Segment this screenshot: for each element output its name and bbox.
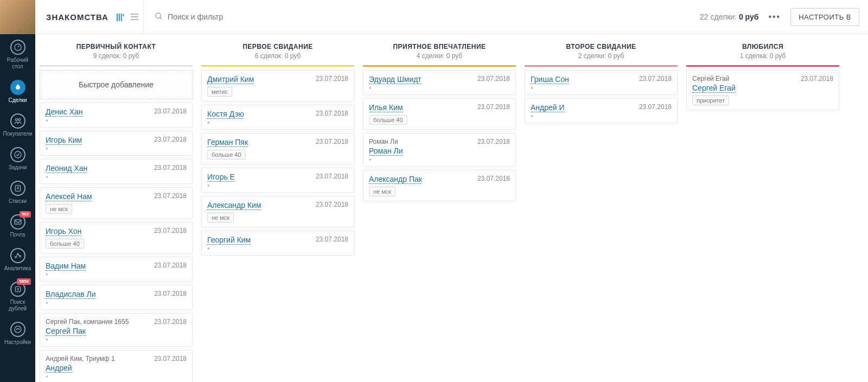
card-name: Эдуард Шмидт [369,75,422,84]
deal-card[interactable]: Александр Ким23.07.2018не мск [201,196,354,227]
nav-label: Почта [10,232,25,238]
svg-point-3 [15,151,21,158]
column-color-bar [363,65,516,67]
tag: приоритет [692,96,729,105]
deal-card[interactable]: Владислав Ли23.07.2018• [40,285,193,310]
deal-card[interactable]: Андрей И23.07.2018• [525,98,678,123]
nav-item-6[interactable]: Аналитика [0,243,35,276]
deal-card[interactable]: Илья Ким23.07.2018больше 40 [363,98,516,130]
deal-card[interactable]: Сергей ЕгайСергей Егай23.07.2018приорите… [686,70,839,110]
nav-item-3[interactable]: Задачи [0,142,35,175]
nav-item-8[interactable]: Настройки [0,316,35,350]
svg-line-16 [160,17,162,19]
deal-card[interactable]: Андрей Ким, Триумф 1Андрей23.07.2018• [40,350,193,382]
svg-point-14 [15,326,21,333]
deal-card[interactable]: Герман Пяк23.07.2018больше 40 [201,133,354,164]
card-status-dot: • [46,118,187,123]
card-name: Александр Пак [369,175,422,184]
deal-card[interactable]: Игорь Хон23.07.2018больше 40 [40,222,193,253]
card-date: 23.07.2018 [316,173,348,180]
deal-card[interactable]: Александр Пак23.07.2018не мск [363,170,516,201]
search-input[interactable] [168,12,276,21]
settings-button[interactable]: НАСТРОИТЬ В [790,8,859,26]
deal-card[interactable]: Эдуард Шмидт23.07.2018• [363,70,516,95]
card-date: 23.07.2018 [154,136,187,143]
card-date: 23.07.2018 [154,318,187,326]
card-status-dot: • [369,86,510,90]
card-status-dot: • [207,246,348,251]
column-title: ВЛЮБИЛСЯ [684,43,841,50]
nav-item-2[interactable]: Покупатели [0,108,35,142]
column: ПЕРВОЕ СВИДАНИЕ6 сделок: 0 рубДмитрий Ки… [197,39,359,382]
avatar[interactable] [0,0,35,34]
card-name: Денис Хан [46,107,83,117]
deal-card[interactable]: Игорь Е23.07.2018• [201,168,354,193]
more-icon[interactable]: ••• [768,12,781,22]
tag: не мск [207,213,234,222]
card-status-dot: • [207,183,348,188]
quick-add[interactable]: Быстрое добавление [40,70,193,99]
card-date: 23.07.2018 [477,175,510,182]
card-status-dot: • [531,114,672,118]
card-date: 23.07.2018 [154,107,187,115]
header: ЗНАКОМСТВА |||' 22 сделки: 0 руб ••• НАС… [35,0,868,34]
card-status-dot: • [369,157,510,162]
nav-item-0[interactable]: Рабочий стол [0,34,35,74]
card-name: Сергей Пак [46,327,86,336]
deal-card[interactable]: Леонид Хан23.07.2018• [40,159,193,184]
deal-card[interactable]: Сергей Пак, компания 1655Сергей Пак23.07… [40,313,193,347]
card-name: Дмитрий Ким [207,75,254,84]
tag: больше 40 [369,115,407,125]
svg-rect-11 [15,286,20,291]
column: ПЕРВИЧНЫЙ КОНТАКТ9 сделок: 0 рубБыстрое … [35,39,197,382]
card-name: Алексей Нам [46,192,92,201]
card-date: 23.07.2018 [477,75,510,82]
card-date: 23.07.2018 [154,192,187,200]
nav-item-1[interactable]: Сделки [0,74,35,108]
deal-card[interactable]: Алексей Нам23.07.2018не мск [40,187,193,219]
column-sub: 6 сделок: 0 руб [199,52,356,60]
deal-card[interactable]: Игорь Ким23.07.2018• [40,131,193,156]
card-name: Костя Дзю [207,110,244,119]
column-sub: 9 сделок: 0 руб [37,52,195,60]
card-date: 23.07.2018 [316,75,348,82]
deal-card[interactable]: Вадим Нам23.07.2018• [40,257,193,282]
card-name: Леонид Хан [46,164,87,173]
deal-card[interactable]: Гриша Сон23.07.2018• [525,70,678,95]
card-name: Роман Ли [369,147,403,156]
main: ЗНАКОМСТВА |||' 22 сделки: 0 руб ••• НАС… [35,0,868,382]
tag: больше 40 [46,239,84,249]
nav-item-5[interactable]: Почта562 [0,209,35,243]
card-name: Сергей Егай [692,84,736,93]
card-contact: Андрей Ким, Триумф 1 [46,355,115,362]
deal-card[interactable]: Костя Дзю23.07.2018• [201,105,354,130]
card-date: 23.07.2018 [154,164,187,171]
card-name: Андрей И [531,103,565,112]
column: ПРИЯТНОЕ ВПЕЧАТЛЕНИЕ4 сделки: 0 рубЭдуар… [359,39,520,382]
nav-badge: 5858 [17,278,31,285]
nav-item-7[interactable]: Поиск дублей5858 [0,276,35,316]
card-date: 23.07.2018 [801,75,833,82]
nav-label: Сделки [8,97,27,104]
menu-icon[interactable] [131,14,138,20]
nav-item-4[interactable]: Списки [0,175,35,209]
deal-card[interactable]: Роман ЛиРоман Ли23.07.2018• [363,133,516,167]
nav-label: Задачи [9,164,27,171]
nav-label: Настройки [4,339,31,346]
pipeline-view-icon[interactable]: |||' [116,12,124,21]
card-date: 23.07.2018 [639,103,672,111]
deals-summary: 22 сделки: 0 руб [700,12,758,21]
tag: метис [207,87,232,97]
column-title: ПЕРВОЕ СВИДАНИЕ [199,43,356,50]
card-date: 23.07.2018 [154,227,187,234]
deal-card[interactable]: Денис Хан23.07.2018• [40,103,193,128]
tag: не мск [46,204,72,214]
card-name: Гриша Сон [531,75,569,84]
deal-card[interactable]: Георгий Ким23.07.2018• [201,231,354,256]
column-title: ПЕРВИЧНЫЙ КОНТАКТ [37,43,195,50]
deal-card[interactable]: Дмитрий Ким23.07.2018метис [201,70,354,101]
card-date: 23.07.2018 [639,75,672,82]
card-name: Герман Пяк [207,138,248,147]
column: ВЛЮБИЛСЯ1 сделка: 0 рубСергей ЕгайСергей… [682,39,844,382]
column-sub: 2 сделки: 0 руб [522,52,680,60]
